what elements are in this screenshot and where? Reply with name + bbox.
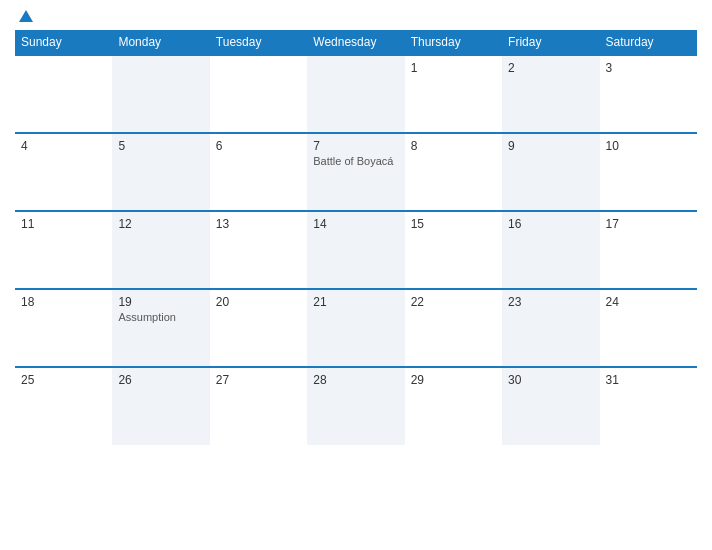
calendar-day: 11	[15, 211, 112, 289]
calendar-day: 10	[600, 133, 697, 211]
calendar-day: 1	[405, 55, 502, 133]
day-number: 11	[21, 217, 106, 231]
calendar-day: 22	[405, 289, 502, 367]
logo-triangle-icon	[19, 10, 33, 22]
calendar-day: 7Battle of Boyacá	[307, 133, 404, 211]
calendar-day: 19Assumption	[112, 289, 209, 367]
weekday-header-thursday: Thursday	[405, 30, 502, 55]
calendar-body: 1234567Battle of Boyacá89101112131415161…	[15, 55, 697, 445]
calendar-day: 20	[210, 289, 307, 367]
day-number: 4	[21, 139, 106, 153]
weekday-header-saturday: Saturday	[600, 30, 697, 55]
calendar-day: 5	[112, 133, 209, 211]
day-number: 29	[411, 373, 496, 387]
calendar-day: 8	[405, 133, 502, 211]
page: SundayMondayTuesdayWednesdayThursdayFrid…	[0, 0, 712, 550]
calendar-day	[210, 55, 307, 133]
day-number: 14	[313, 217, 398, 231]
weekday-header-wednesday: Wednesday	[307, 30, 404, 55]
day-number: 8	[411, 139, 496, 153]
day-number: 31	[606, 373, 691, 387]
calendar-day: 21	[307, 289, 404, 367]
calendar-day: 30	[502, 367, 599, 445]
day-number: 27	[216, 373, 301, 387]
calendar-day	[307, 55, 404, 133]
calendar-day: 23	[502, 289, 599, 367]
day-number: 21	[313, 295, 398, 309]
day-number: 30	[508, 373, 593, 387]
day-number: 5	[118, 139, 203, 153]
day-number: 1	[411, 61, 496, 75]
calendar-week-row: 25262728293031	[15, 367, 697, 445]
calendar-day: 3	[600, 55, 697, 133]
day-number: 6	[216, 139, 301, 153]
day-number: 26	[118, 373, 203, 387]
weekday-header-sunday: Sunday	[15, 30, 112, 55]
day-event: Assumption	[118, 311, 203, 323]
day-number: 18	[21, 295, 106, 309]
day-number: 28	[313, 373, 398, 387]
calendar-day: 27	[210, 367, 307, 445]
weekday-header-tuesday: Tuesday	[210, 30, 307, 55]
day-number: 13	[216, 217, 301, 231]
day-number: 25	[21, 373, 106, 387]
calendar-day: 6	[210, 133, 307, 211]
calendar-day: 31	[600, 367, 697, 445]
calendar-day: 25	[15, 367, 112, 445]
day-number: 22	[411, 295, 496, 309]
day-number: 24	[606, 295, 691, 309]
day-number: 20	[216, 295, 301, 309]
calendar-day: 13	[210, 211, 307, 289]
day-number: 19	[118, 295, 203, 309]
day-number: 7	[313, 139, 398, 153]
header	[15, 10, 697, 22]
calendar-week-row: 4567Battle of Boyacá8910	[15, 133, 697, 211]
day-number: 9	[508, 139, 593, 153]
day-number: 17	[606, 217, 691, 231]
calendar-day: 12	[112, 211, 209, 289]
day-number: 15	[411, 217, 496, 231]
calendar-header: SundayMondayTuesdayWednesdayThursdayFrid…	[15, 30, 697, 55]
calendar-day: 4	[15, 133, 112, 211]
calendar-week-row: 123	[15, 55, 697, 133]
calendar-day	[112, 55, 209, 133]
calendar-day	[15, 55, 112, 133]
weekday-header-row: SundayMondayTuesdayWednesdayThursdayFrid…	[15, 30, 697, 55]
day-number: 12	[118, 217, 203, 231]
day-number: 10	[606, 139, 691, 153]
calendar-day: 14	[307, 211, 404, 289]
calendar-week-row: 11121314151617	[15, 211, 697, 289]
day-number: 23	[508, 295, 593, 309]
calendar-day: 17	[600, 211, 697, 289]
calendar-day: 26	[112, 367, 209, 445]
day-number: 3	[606, 61, 691, 75]
day-number: 2	[508, 61, 593, 75]
calendar-table: SundayMondayTuesdayWednesdayThursdayFrid…	[15, 30, 697, 445]
weekday-header-monday: Monday	[112, 30, 209, 55]
calendar-day: 29	[405, 367, 502, 445]
calendar-day: 18	[15, 289, 112, 367]
weekday-header-friday: Friday	[502, 30, 599, 55]
day-event: Battle of Boyacá	[313, 155, 398, 167]
logo	[15, 10, 33, 22]
calendar-day: 24	[600, 289, 697, 367]
calendar-week-row: 1819Assumption2021222324	[15, 289, 697, 367]
calendar-day: 9	[502, 133, 599, 211]
calendar-day: 16	[502, 211, 599, 289]
day-number: 16	[508, 217, 593, 231]
calendar-day: 28	[307, 367, 404, 445]
calendar-day: 2	[502, 55, 599, 133]
calendar-day: 15	[405, 211, 502, 289]
